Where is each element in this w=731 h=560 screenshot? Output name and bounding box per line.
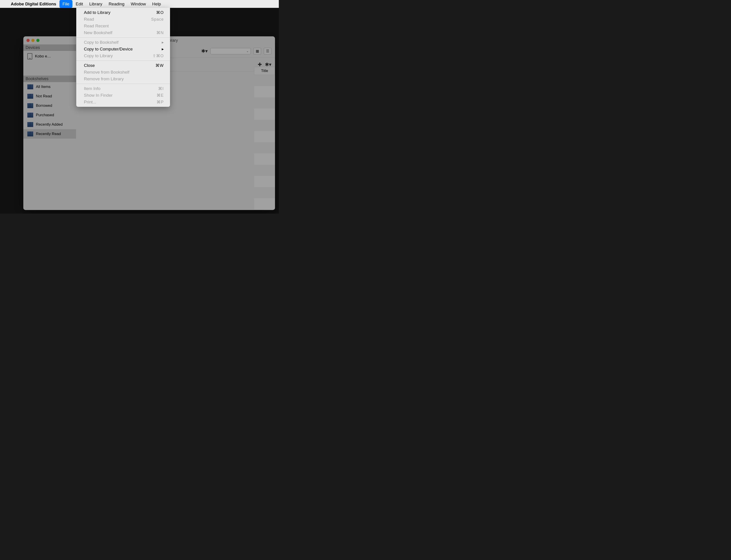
- sidebar-device-item[interactable]: Kobo e…: [23, 51, 76, 62]
- menu-item-label: Close: [84, 63, 95, 68]
- menu-separator: [76, 37, 170, 38]
- menu-item-label: Remove from Bookshelf: [84, 70, 129, 75]
- sidebar-shelf-recently-read[interactable]: Recently Read: [23, 129, 76, 139]
- menu-item-label: Copy to Bookshelf: [84, 40, 118, 45]
- menu-item-shortcut: ⌘P: [157, 100, 164, 105]
- sidebar-shelf-recently-added[interactable]: Recently Added: [23, 120, 76, 129]
- sidebar-shelf-borrowed[interactable]: Borrowed: [23, 101, 76, 110]
- sidebar-item-label: Recently Added: [36, 122, 63, 127]
- traffic-lights: [26, 39, 39, 42]
- close-window-button[interactable]: [26, 39, 30, 42]
- ereader-icon: [27, 53, 32, 59]
- menu-item-label: Copy to Computer/Device: [84, 47, 133, 52]
- menu-separator: [76, 84, 170, 84]
- menu-copy-to-computer-device[interactable]: Copy to Computer/Device▶: [76, 46, 170, 53]
- menu-file[interactable]: File: [59, 0, 73, 8]
- menu-item-shortcut: ⌘E: [157, 93, 164, 98]
- list-view-button[interactable]: ☰: [264, 48, 272, 55]
- minimize-window-button[interactable]: [31, 39, 35, 42]
- bookshelf-icon: [27, 131, 33, 136]
- menu-item-shortcut: ⇧⌘O: [153, 53, 164, 58]
- menu-add-to-library[interactable]: Add to Library⌘O: [76, 9, 170, 16]
- menubar: Adobe Digital Editions File Edit Library…: [0, 0, 279, 8]
- menu-item-label: Print...: [84, 100, 96, 105]
- sidebar-item-label: Borrowed: [36, 103, 52, 108]
- menu-item-label: Add to Library: [84, 10, 110, 15]
- menu-remove-from-library: Remove from Library: [76, 76, 170, 82]
- menu-item-label: Read Recent: [84, 24, 109, 28]
- menu-item-shortcut: Space: [151, 17, 164, 22]
- table-row[interactable]: [254, 131, 275, 142]
- sidebar-item-label: Kobo e…: [35, 54, 51, 59]
- sidebar-item-label: All Items: [36, 85, 50, 89]
- bookshelf-icon: [27, 84, 33, 89]
- column-header-title[interactable]: Title: [261, 69, 268, 73]
- sort-select[interactable]: ⌄: [210, 48, 251, 54]
- table-row[interactable]: [254, 142, 275, 153]
- bookshelf-icon: [27, 103, 33, 108]
- menu-item-label: Item Info: [84, 86, 101, 91]
- menu-remove-from-bookshelf: Remove from Bookshelf: [76, 69, 170, 76]
- menu-read-recent: Read Recent: [76, 23, 170, 29]
- grid-icon: ▦: [256, 49, 259, 53]
- menu-copy-to-bookshelf: Copy to Bookshelf▶: [76, 39, 170, 46]
- menu-help[interactable]: Help: [149, 0, 164, 8]
- bookshelf-icon: [27, 113, 33, 118]
- table-row[interactable]: [254, 176, 275, 187]
- bookshelf-icon: [27, 94, 33, 99]
- sidebar-shelf-not-read[interactable]: Not Read: [23, 92, 76, 101]
- menu-item-shortcut: ⌘N: [156, 30, 164, 35]
- table-row[interactable]: [254, 109, 275, 120]
- grid-view-button[interactable]: ▦: [254, 48, 261, 55]
- sidebar-shelf-all-items[interactable]: All Items: [23, 82, 76, 92]
- maximize-window-button[interactable]: [36, 39, 39, 42]
- file-menu-dropdown: Add to Library⌘O ReadSpace Read Recent N…: [76, 8, 170, 107]
- menu-item-info: Item Info⌘I: [76, 85, 170, 92]
- menu-item-label: Read: [84, 17, 94, 22]
- table-row[interactable]: [254, 75, 275, 86]
- list-icon: ☰: [266, 49, 269, 53]
- table-row[interactable]: [254, 198, 275, 210]
- sidebar: Devices Kobo e… Bookshelves All Items No…: [23, 44, 76, 210]
- menu-item-shortcut: ⌘I: [158, 86, 164, 91]
- table-row[interactable]: [254, 86, 275, 97]
- menu-print: Print...⌘P: [76, 99, 170, 105]
- menu-close[interactable]: Close⌘W: [76, 62, 170, 69]
- chevron-down-icon: ⌄: [246, 49, 249, 53]
- sidebar-shelf-purchased[interactable]: Purchased: [23, 110, 76, 120]
- sidebar-item-label: Recently Read: [36, 132, 61, 136]
- bookshelf-icon: [27, 122, 33, 127]
- menu-item-label: Remove from Library: [84, 77, 124, 81]
- menu-library[interactable]: Library: [86, 0, 105, 8]
- sidebar-item-label: Purchased: [36, 113, 54, 117]
- app-menu[interactable]: Adobe Digital Editions: [11, 0, 59, 8]
- bookshelves-section-header: Bookshelves: [23, 76, 76, 82]
- submenu-arrow-icon: ▶: [162, 41, 164, 44]
- submenu-arrow-icon: ▶: [162, 48, 164, 51]
- menu-item-shortcut: ⌘O: [156, 10, 164, 15]
- menu-item-shortcut: ⌘W: [156, 63, 164, 68]
- gear-icon[interactable]: ✱▾: [265, 62, 272, 68]
- table-row[interactable]: [254, 187, 275, 198]
- menu-copy-to-library: Copy to Library⇧⌘O: [76, 53, 170, 59]
- table-row[interactable]: [254, 165, 275, 176]
- menu-item-label: Copy to Library: [84, 53, 113, 58]
- table-row[interactable]: [254, 153, 275, 165]
- table-row[interactable]: [254, 97, 275, 109]
- menu-read: ReadSpace: [76, 16, 170, 23]
- menu-edit[interactable]: Edit: [72, 0, 86, 8]
- menu-new-bookshelf: New Bookshelf⌘N: [76, 29, 170, 36]
- table-header: Title: [254, 67, 275, 75]
- menu-reading[interactable]: Reading: [105, 0, 128, 8]
- menu-item-label: Show In Finder: [84, 93, 113, 98]
- gear-icon[interactable]: ✱▾: [201, 48, 208, 54]
- menu-show-in-finder: Show In Finder⌘E: [76, 92, 170, 99]
- menu-window[interactable]: Window: [128, 0, 149, 8]
- sidebar-item-label: Not Read: [36, 94, 52, 98]
- menu-item-label: New Bookshelf: [84, 30, 112, 35]
- table-row[interactable]: [254, 120, 275, 131]
- plus-icon[interactable]: ✚: [258, 62, 262, 68]
- devices-section-header: Devices: [23, 44, 76, 51]
- table-body: [254, 75, 275, 210]
